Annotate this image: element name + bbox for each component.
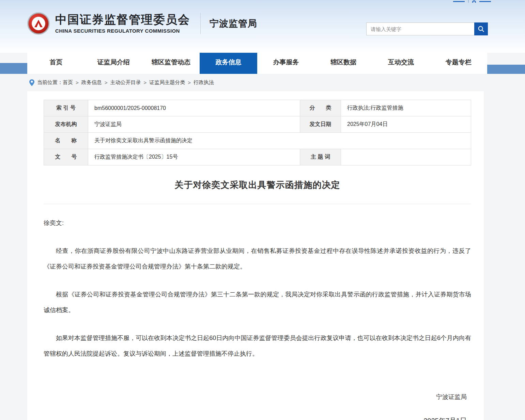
meta-name-label: 名 称 [44, 133, 88, 149]
article-paragraph-1: 经查，你在浙商证券股份有限公司宁波中山东路证券营业部从业期间，在销售私募证券投资… [44, 243, 471, 274]
top-toolbar-clipped [453, 0, 491, 3]
meta-keywords-label: 主 题 词 [300, 149, 341, 165]
main-navigation: 首页 证监局介绍 辖区监管动态 政务信息 办事服务 辖区数据 互动交流 专题专栏 [0, 53, 525, 74]
meta-docno-value: 行政监管措施决定书〔2025〕15号 [88, 149, 300, 165]
meta-category-label: 分 类 [300, 100, 341, 116]
nav-item-regional-data[interactable]: 辖区数据 [315, 53, 372, 71]
nav-right-decoration [487, 65, 525, 74]
clipped-icon [472, 0, 476, 3]
meta-pubdate-label: 发文日期 [300, 116, 341, 133]
breadcrumb-link-topic-category[interactable]: 证监局主题分类 [149, 79, 185, 86]
brand-divider [200, 13, 201, 34]
table-row: 发布机构 宁波证监局 发文日期 2025年07月04日 [44, 116, 471, 133]
signature-org: 宁波证监局 [44, 392, 467, 402]
article-paragraph-3: 如果对本监督管理措施不服，可以在收到本决定书之日起60日内向中国证券监督管理委员… [44, 330, 471, 361]
meta-index-label: 索 引 号 [44, 100, 88, 116]
meta-keywords-value [341, 149, 471, 165]
meta-docno-label: 文 号 [44, 149, 88, 165]
table-row: 索 引 号 bm56000001/2025-00008170 分 类 行政执法;… [44, 100, 471, 116]
bureau-name: 宁波监管局 [210, 17, 257, 30]
nav-item-bureau-intro[interactable]: 证监局介绍 [85, 53, 142, 71]
meta-name-value: 关于对徐奕文采取出具警示函措施的决定 [88, 133, 471, 149]
breadcrumb-link-disclosure-directory[interactable]: 主动公开目录 [110, 79, 141, 86]
search-input[interactable] [366, 22, 474, 35]
search-icon [477, 25, 485, 33]
content-container: 索 引 号 bm56000001/2025-00008170 分 类 行政执法;… [27, 91, 484, 420]
article-paragraph-2: 根据《证券公司和证券投资基金管理公司合规管理办法》第三十二条第一款的规定，我局决… [44, 287, 471, 318]
table-row: 文 号 行政监管措施决定书〔2025〕15号 主 题 词 [44, 149, 471, 165]
signature-block: 宁波证监局 2025年7月1日 [44, 392, 471, 420]
breadcrumb-link-home[interactable]: 首页 [63, 79, 73, 86]
signature-date: 2025年7月1日 [44, 416, 467, 420]
meta-publisher-label: 发布机构 [44, 116, 88, 133]
breadcrumb-prefix: 当前位置： [37, 79, 63, 86]
search-bar [366, 22, 488, 35]
table-row: 名 称 关于对徐奕文采取出具警示函措施的决定 [44, 133, 471, 149]
article-body: 徐奕文: 经查，你在浙商证券股份有限公司宁波中山东路证券营业部从业期间，在销售私… [44, 215, 471, 420]
nav-item-government-info[interactable]: 政务信息 [200, 53, 257, 74]
meta-pubdate-value: 2025年07月04日 [341, 116, 471, 133]
org-name-en: CHINA SECURITIES REGULATORY COMMISSION [55, 28, 190, 34]
nav-item-regional-supervision[interactable]: 辖区监管动态 [142, 53, 200, 71]
csrc-logo-icon [27, 12, 50, 35]
meta-category-value: 行政执法;行政监管措施 [341, 100, 471, 116]
nav-item-special-topics[interactable]: 专题专栏 [430, 53, 487, 71]
org-name-cn: 中国证券监督管理委员会 [55, 13, 190, 26]
document-meta-table: 索 引 号 bm56000001/2025-00008170 分 类 行政执法;… [44, 100, 471, 165]
breadcrumb-link-government-info[interactable]: 政务信息 [81, 79, 102, 86]
nav-item-interaction[interactable]: 互动交流 [372, 53, 430, 71]
nav-item-services[interactable]: 办事服务 [257, 53, 315, 71]
nav-item-home[interactable]: 首页 [27, 53, 85, 71]
page-title: 关于对徐奕文采取出具警示函措施的决定 [44, 179, 471, 191]
article-salutation: 徐奕文: [44, 215, 471, 231]
location-pin-icon [29, 79, 34, 86]
article-header: 关于对徐奕文采取出具警示函措施的决定 [44, 165, 471, 204]
breadcrumb-link-law-enforcement[interactable]: 行政执法 [194, 79, 214, 86]
site-header: 中国证券监督管理委员会 CHINA SECURITIES REGULATORY … [0, 0, 525, 53]
nav-left-decoration [0, 63, 27, 74]
site-brand[interactable]: 中国证券监督管理委员会 CHINA SECURITIES REGULATORY … [27, 12, 257, 35]
search-button[interactable] [474, 22, 488, 35]
meta-publisher-value: 宁波证监局 [88, 116, 300, 133]
breadcrumb: 当前位置： 首页 > 政务信息 > 主动公开目录 > 证监局主题分类 > 行政执… [0, 74, 525, 91]
meta-index-value: bm56000001/2025-00008170 [88, 100, 300, 116]
